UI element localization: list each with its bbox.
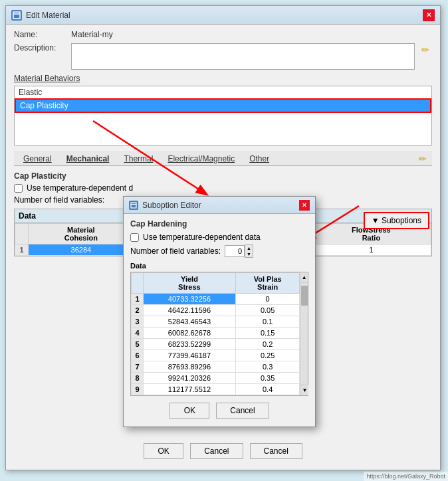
bottom-buttons: OK Cancel Cancel — [6, 438, 440, 464]
dialog-bottom-buttons: OK Cancel — [130, 400, 308, 421]
dialog-volplas-3[interactable]: 0.1 — [235, 316, 300, 328]
dialog-table-row-1: 1 40733.32256 0 — [132, 294, 300, 305]
dialog-yield-6[interactable]: 77399.46187 — [144, 350, 236, 361]
description-edit-icon[interactable]: ✏ — [419, 43, 432, 56]
dialog-volplas-2[interactable]: 0.05 — [235, 305, 300, 316]
dialog-data-table: YieldStress Vol PlasStrain 1 40733.32256… — [131, 272, 300, 395]
tab-mechanical[interactable]: Mechanical — [60, 152, 116, 165]
dialog-volplas-5[interactable]: 0.2 — [235, 339, 300, 350]
dialog-yield-7[interactable]: 87693.89296 — [144, 361, 236, 373]
spinner-wrapper: ▲ ▼ — [225, 244, 253, 258]
dialog-yield-8[interactable]: 99241.20326 — [144, 373, 236, 384]
tab-electrical[interactable]: Electrical/Magnetic — [161, 152, 241, 165]
dialog-table-row-9: 9 112177.5512 0.4 — [132, 384, 300, 395]
dialog-temp-label: Use temperature-dependent data — [143, 233, 261, 242]
svg-rect-0 — [13, 12, 20, 19]
temp-dependent-checkbox[interactable] — [14, 184, 23, 193]
dialog-yield-2[interactable]: 46422.11596 — [144, 305, 236, 316]
scroll-up[interactable]: ▲ — [300, 272, 308, 283]
dialog-table-row-8: 8 99241.20326 0.35 — [132, 373, 300, 384]
suboptions-button[interactable]: ▼ Suboptions — [364, 212, 429, 229]
dialog-row-num-2: 2 — [132, 305, 144, 316]
dialog-content: Cap Hardening Use temperature-dependent … — [124, 214, 315, 427]
dialog-data-label: Data — [130, 262, 308, 270]
dialog-yield-3[interactable]: 52843.46543 — [144, 316, 236, 328]
dialog-row-num-3: 3 — [132, 316, 144, 328]
dialog-table-wrapper: YieldStress Vol PlasStrain 1 40733.32256… — [131, 272, 308, 395]
dialog-table-row-2: 2 46422.11596 0.05 — [132, 305, 300, 316]
tab-general[interactable]: General — [17, 152, 58, 165]
dialog-scrollbar[interactable]: ▲ ▼ — [300, 272, 308, 395]
ok-button[interactable]: OK — [144, 443, 183, 459]
dialog-volplas-6[interactable]: 0.25 — [235, 350, 300, 361]
window-title: Edit Material — [26, 11, 70, 20]
dialog-volplas-7[interactable]: 0.3 — [235, 361, 300, 373]
dialog-row-num-8: 8 — [132, 373, 144, 384]
description-label: Description: — [14, 43, 67, 52]
suboptions-btn-label: ▼ Suboptions — [372, 216, 421, 225]
dialog-row-num-7: 7 — [132, 361, 144, 373]
scroll-thumb[interactable] — [301, 286, 308, 306]
cell-flowstress-1[interactable]: 1 — [311, 244, 431, 256]
dialog-table-row-7: 7 87693.89296 0.3 — [132, 361, 300, 373]
dialog-field-vars-row: Number of field variables: ▲ ▼ — [130, 244, 308, 258]
dialog-volplas-8[interactable]: 0.35 — [235, 373, 300, 384]
description-row: Description: ✏ — [14, 43, 432, 70]
dialog-volplas-9[interactable]: 0.4 — [235, 384, 300, 395]
dialog-table-row-4: 4 60082.62678 0.15 — [132, 328, 300, 339]
cancel-button[interactable]: Cancel — [190, 443, 243, 459]
dialog-col-volplas: Vol PlasStrain — [235, 273, 300, 294]
dialog-cancel-button[interactable]: Cancel — [216, 403, 269, 419]
dialog-temp-checkbox[interactable] — [130, 233, 139, 242]
dialog-field-vars-input[interactable] — [225, 245, 245, 257]
tab-thermal[interactable]: Thermal — [117, 152, 160, 165]
name-row: Name: Material-my — [14, 30, 432, 39]
spinner-up[interactable]: ▲ — [245, 245, 253, 251]
main-title-bar: Edit Material ✕ — [6, 6, 440, 25]
dialog-title-bar: Suboption Editor ✕ — [124, 197, 315, 214]
cancel2-button[interactable]: Cancel — [250, 443, 302, 459]
tab-edit-icon[interactable]: ✏ — [416, 152, 429, 165]
col-num — [15, 224, 29, 244]
suboption-editor-dialog: Suboption Editor ✕ Cap Hardening Use tem… — [123, 196, 316, 427]
dialog-data-section: YieldStress Vol PlasStrain 1 40733.32256… — [130, 272, 308, 396]
tab-other[interactable]: Other — [243, 152, 276, 165]
dialog-temp-row: Use temperature-dependent data — [130, 233, 308, 242]
dialog-yield-5[interactable]: 68233.52299 — [144, 339, 236, 350]
dialog-volplas-1[interactable]: 0 — [235, 294, 300, 305]
url-bar: https://blog.net/Galaxy_Robot — [364, 472, 448, 481]
dialog-col-num — [132, 273, 144, 294]
dialog-yield-9[interactable]: 112177.5512 — [144, 384, 236, 395]
temp-dependent-label: Use temperature-dependent d — [27, 183, 133, 193]
dialog-icon — [129, 201, 138, 210]
dialog-row-num-5: 5 — [132, 339, 144, 350]
close-button[interactable]: ✕ — [423, 9, 435, 21]
scroll-down[interactable]: ▼ — [300, 385, 308, 395]
behavior-elastic[interactable]: Elastic — [15, 86, 431, 98]
window-icon — [11, 10, 22, 21]
dialog-table-row-5: 5 68233.52299 0.2 — [132, 339, 300, 350]
title-bar-left: Edit Material — [11, 10, 70, 21]
dialog-title-left: Suboption Editor — [129, 201, 201, 210]
name-value: Material-my — [71, 30, 113, 39]
dialog-row-num-4: 4 — [132, 328, 144, 339]
tabs-bar: General Mechanical Thermal Electrical/Ma… — [14, 151, 432, 166]
dialog-close-button[interactable]: ✕ — [299, 200, 310, 211]
dialog-col-yield: YieldStress — [144, 273, 236, 294]
dialog-table-row-3: 3 52843.46543 0.1 — [132, 316, 300, 328]
behaviors-list: Elastic Cap Plasticity — [14, 86, 432, 145]
dialog-row-num-6: 6 — [132, 350, 144, 361]
behavior-cap-plasticity[interactable]: Cap Plasticity — [15, 98, 431, 113]
dialog-yield-4[interactable]: 60082.62678 — [144, 328, 236, 339]
name-label: Name: — [14, 30, 67, 39]
dialog-ok-button[interactable]: OK — [169, 403, 209, 419]
spinner-arrows: ▲ ▼ — [245, 244, 253, 258]
cell-cohesion-1[interactable]: 36284 — [29, 244, 134, 256]
behaviors-header: Material Behaviors — [14, 74, 432, 83]
dialog-volplas-4[interactable]: 0.15 — [235, 328, 300, 339]
col-cohesion: MaterialCohesion — [29, 224, 134, 244]
description-input[interactable] — [71, 43, 415, 70]
row-num-1: 1 — [15, 244, 29, 256]
spinner-down[interactable]: ▼ — [245, 251, 253, 257]
dialog-yield-1[interactable]: 40733.32256 — [144, 294, 236, 305]
